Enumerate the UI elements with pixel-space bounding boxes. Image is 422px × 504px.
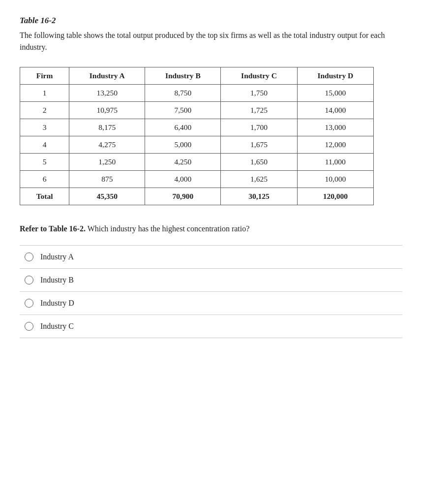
cell-5-3: 1,625	[221, 171, 297, 188]
option-label-opt-a: Industry A	[40, 252, 74, 261]
table-row: 210,9757,5001,72514,000	[20, 102, 374, 119]
cell-0-2: 8,750	[145, 85, 221, 102]
cell-1-3: 1,725	[221, 102, 297, 119]
col-header-1: Industry A	[69, 67, 145, 85]
cell-4-4: 11,000	[297, 154, 373, 171]
cell-5-1: 875	[69, 171, 145, 188]
col-header-4: Industry D	[297, 67, 373, 85]
table-row: 44,2755,0001,67512,000	[20, 136, 374, 154]
cell-1-4: 14,000	[297, 102, 373, 119]
cell-4-0: 5	[20, 154, 69, 171]
table-row: 113,2508,7501,75015,000	[20, 85, 374, 102]
total-cell-1: 45,350	[69, 188, 145, 205]
cell-2-2: 6,400	[145, 119, 221, 136]
question-body: Which industry has the highest concentra…	[86, 224, 249, 233]
question-text: Refer to Table 16-2. Which industry has …	[20, 223, 402, 235]
cell-2-0: 3	[20, 119, 69, 136]
option-item-opt-a[interactable]: Industry A	[20, 246, 402, 269]
table-description: The following table shows the total outp…	[20, 30, 402, 53]
total-cell-4: 120,000	[297, 188, 373, 205]
cell-2-4: 13,000	[297, 119, 373, 136]
table-header-row: FirmIndustry AIndustry BIndustry CIndust…	[20, 67, 374, 85]
table-title: Table 16-2	[20, 16, 402, 26]
option-label-opt-c: Industry D	[40, 299, 74, 308]
cell-1-2: 7,500	[145, 102, 221, 119]
question-reference: Refer to Table 16-2.	[20, 224, 86, 233]
cell-1-1: 10,975	[69, 102, 145, 119]
cell-0-0: 1	[20, 85, 69, 102]
option-item-opt-d[interactable]: Industry C	[20, 315, 402, 338]
cell-4-3: 1,650	[221, 154, 297, 171]
option-item-opt-c[interactable]: Industry D	[20, 292, 402, 315]
total-cell-0: Total	[20, 188, 69, 205]
cell-2-3: 1,700	[221, 119, 297, 136]
cell-3-0: 4	[20, 136, 69, 154]
radio-opt-b[interactable]	[25, 276, 33, 284]
cell-3-4: 12,000	[297, 136, 373, 154]
options-list: Industry AIndustry BIndustry DIndustry C	[20, 245, 402, 338]
cell-4-1: 1,250	[69, 154, 145, 171]
col-header-2: Industry B	[145, 67, 221, 85]
cell-0-3: 1,750	[221, 85, 297, 102]
data-table: FirmIndustry AIndustry BIndustry CIndust…	[20, 67, 374, 205]
total-cell-3: 30,125	[221, 188, 297, 205]
cell-0-4: 15,000	[297, 85, 373, 102]
col-header-0: Firm	[20, 67, 69, 85]
table-row: 51,2504,2501,65011,000	[20, 154, 374, 171]
option-label-opt-b: Industry B	[40, 276, 74, 284]
cell-3-1: 4,275	[69, 136, 145, 154]
option-item-opt-b[interactable]: Industry B	[20, 269, 402, 292]
cell-2-1: 8,175	[69, 119, 145, 136]
radio-opt-c[interactable]	[25, 299, 33, 308]
cell-3-3: 1,675	[221, 136, 297, 154]
cell-5-4: 10,000	[297, 171, 373, 188]
cell-1-0: 2	[20, 102, 69, 119]
cell-3-2: 5,000	[145, 136, 221, 154]
option-label-opt-d: Industry C	[40, 322, 74, 331]
cell-0-1: 13,250	[69, 85, 145, 102]
total-row: Total45,35070,90030,125120,000	[20, 188, 374, 205]
table-row: 68754,0001,62510,000	[20, 171, 374, 188]
total-cell-2: 70,900	[145, 188, 221, 205]
col-header-3: Industry C	[221, 67, 297, 85]
table-row: 38,1756,4001,70013,000	[20, 119, 374, 136]
cell-5-2: 4,000	[145, 171, 221, 188]
cell-5-0: 6	[20, 171, 69, 188]
radio-opt-a[interactable]	[25, 252, 33, 261]
cell-4-2: 4,250	[145, 154, 221, 171]
radio-opt-d[interactable]	[25, 322, 33, 331]
question-section: Refer to Table 16-2. Which industry has …	[20, 223, 402, 338]
